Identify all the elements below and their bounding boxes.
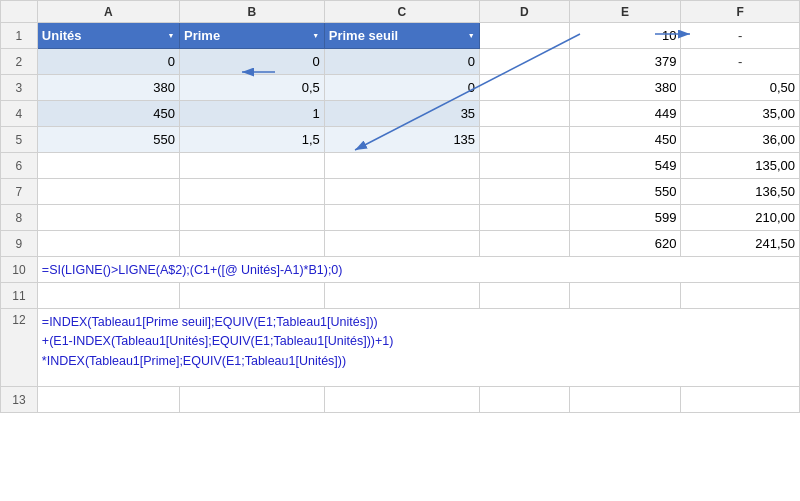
cell-d11 bbox=[480, 283, 570, 309]
col-header-a: A bbox=[37, 1, 179, 23]
filter-a1[interactable] bbox=[165, 30, 177, 42]
row-num-5: 5 bbox=[1, 127, 38, 153]
formula-line-3: *INDEX(Tableau1[Prime];EQUIV(E1;Tableau1… bbox=[42, 352, 795, 371]
cell-b13 bbox=[180, 387, 325, 413]
cell-f13 bbox=[681, 387, 800, 413]
table-row: 4 450 1 35 449 35,00 bbox=[1, 101, 800, 127]
cell-e4: 449 bbox=[569, 101, 681, 127]
cell-b2[interactable]: 0 bbox=[180, 49, 325, 75]
cell-e1: 10 bbox=[569, 23, 681, 49]
cell-d6 bbox=[480, 153, 570, 179]
cell-f6: 135,00 bbox=[681, 153, 800, 179]
cell-formula-10[interactable]: =SI(LIGNE()>LIGNE(A$2);(C1+([@ Unités]-A… bbox=[37, 257, 799, 283]
cell-c1[interactable]: Prime seuil bbox=[324, 23, 479, 49]
cell-f1: - bbox=[681, 23, 800, 49]
cell-d9 bbox=[480, 231, 570, 257]
cell-c5[interactable]: 135 bbox=[324, 127, 479, 153]
cell-a3[interactable]: 380 bbox=[37, 75, 179, 101]
cell-a11 bbox=[37, 283, 179, 309]
cell-e3: 380 bbox=[569, 75, 681, 101]
table-row: 11 bbox=[1, 283, 800, 309]
cell-c7 bbox=[324, 179, 479, 205]
cell-a5[interactable]: 550 bbox=[37, 127, 179, 153]
row-num-9: 9 bbox=[1, 231, 38, 257]
table-row: 3 380 0,5 0 380 0,50 bbox=[1, 75, 800, 101]
row-num-1: 1 bbox=[1, 23, 38, 49]
table-row: 9 620 241,50 bbox=[1, 231, 800, 257]
cell-c9 bbox=[324, 231, 479, 257]
table-row: 1 Unités Prime Prime seuil 10 - bbox=[1, 23, 800, 49]
cell-c13 bbox=[324, 387, 479, 413]
filter-b1[interactable] bbox=[310, 30, 322, 42]
cell-c11 bbox=[324, 283, 479, 309]
row-num-3: 3 bbox=[1, 75, 38, 101]
table-row: 13 bbox=[1, 387, 800, 413]
cell-d13 bbox=[480, 387, 570, 413]
cell-d8 bbox=[480, 205, 570, 231]
filter-c1[interactable] bbox=[465, 30, 477, 42]
cell-b9 bbox=[180, 231, 325, 257]
row-num-13: 13 bbox=[1, 387, 38, 413]
table-row: 8 599 210,00 bbox=[1, 205, 800, 231]
cell-f7: 136,50 bbox=[681, 179, 800, 205]
cell-f4: 35,00 bbox=[681, 101, 800, 127]
cell-d7 bbox=[480, 179, 570, 205]
cell-b8 bbox=[180, 205, 325, 231]
cell-b11 bbox=[180, 283, 325, 309]
cell-d2 bbox=[480, 49, 570, 75]
cell-c8 bbox=[324, 205, 479, 231]
formula-line-2: +(E1-INDEX(Tableau1[Unités];EQUIV(E1;Tab… bbox=[42, 332, 795, 351]
cell-c3[interactable]: 0 bbox=[324, 75, 479, 101]
cell-b4[interactable]: 1 bbox=[180, 101, 325, 127]
cell-f2: - bbox=[681, 49, 800, 75]
table-row: 5 550 1,5 135 450 36,00 bbox=[1, 127, 800, 153]
cell-a13 bbox=[37, 387, 179, 413]
table-row: 2 0 0 0 379 - bbox=[1, 49, 800, 75]
main-table: A B C D E F 1 Unités Prime bbox=[0, 0, 800, 413]
row-num-2: 2 bbox=[1, 49, 38, 75]
cell-b6 bbox=[180, 153, 325, 179]
row-num-10: 10 bbox=[1, 257, 38, 283]
cell-b1[interactable]: Prime bbox=[180, 23, 325, 49]
cell-e7: 550 bbox=[569, 179, 681, 205]
corner-header bbox=[1, 1, 38, 23]
col-header-d: D bbox=[480, 1, 570, 23]
cell-b3[interactable]: 0,5 bbox=[180, 75, 325, 101]
cell-e13 bbox=[569, 387, 681, 413]
cell-b7 bbox=[180, 179, 325, 205]
cell-a1[interactable]: Unités bbox=[37, 23, 179, 49]
cell-b5[interactable]: 1,5 bbox=[180, 127, 325, 153]
cell-c6 bbox=[324, 153, 479, 179]
cell-e6: 549 bbox=[569, 153, 681, 179]
cell-e5: 450 bbox=[569, 127, 681, 153]
cell-f5: 36,00 bbox=[681, 127, 800, 153]
col-header-e: E bbox=[569, 1, 681, 23]
row-num-6: 6 bbox=[1, 153, 38, 179]
cell-a8 bbox=[37, 205, 179, 231]
col-header-c: C bbox=[324, 1, 479, 23]
cell-d1 bbox=[480, 23, 570, 49]
cell-f9: 241,50 bbox=[681, 231, 800, 257]
cell-a4[interactable]: 450 bbox=[37, 101, 179, 127]
formula-row-10: 10 =SI(LIGNE()>LIGNE(A$2);(C1+([@ Unités… bbox=[1, 257, 800, 283]
cell-f3: 0,50 bbox=[681, 75, 800, 101]
cell-c2[interactable]: 0 bbox=[324, 49, 479, 75]
cell-e2: 379 bbox=[569, 49, 681, 75]
formula-row-12: 12 =INDEX(Tableau1[Prime seuil];EQUIV(E1… bbox=[1, 309, 800, 387]
cell-formula-12[interactable]: =INDEX(Tableau1[Prime seuil];EQUIV(E1;Ta… bbox=[37, 309, 799, 387]
row-num-7: 7 bbox=[1, 179, 38, 205]
col-header-f: F bbox=[681, 1, 800, 23]
cell-d4 bbox=[480, 101, 570, 127]
cell-a9 bbox=[37, 231, 179, 257]
spreadsheet: A B C D E F 1 Unités Prime bbox=[0, 0, 800, 501]
cell-f8: 210,00 bbox=[681, 205, 800, 231]
cell-c4[interactable]: 35 bbox=[324, 101, 479, 127]
cell-a7 bbox=[37, 179, 179, 205]
cell-a6 bbox=[37, 153, 179, 179]
table-row: 7 550 136,50 bbox=[1, 179, 800, 205]
table-row: 6 549 135,00 bbox=[1, 153, 800, 179]
row-num-8: 8 bbox=[1, 205, 38, 231]
cell-a2[interactable]: 0 bbox=[37, 49, 179, 75]
row-num-12: 12 bbox=[1, 309, 38, 387]
row-num-4: 4 bbox=[1, 101, 38, 127]
